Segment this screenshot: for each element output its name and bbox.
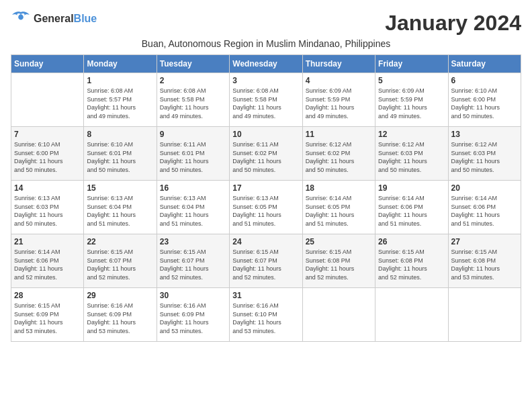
day-info: Sunrise: 6:10 AMSunset: 6:01 PMDaylight:… — [87, 140, 153, 174]
calendar-cell: 10Sunrise: 6:11 AMSunset: 6:02 PMDayligh… — [230, 127, 302, 181]
day-number: 1 — [87, 76, 153, 85]
calendar-cell: 20Sunrise: 6:14 AMSunset: 6:06 PMDayligh… — [448, 181, 521, 234]
weekday-header: Wednesday — [230, 55, 302, 73]
calendar-cell: 22Sunrise: 6:15 AMSunset: 6:07 PMDayligh… — [84, 234, 157, 288]
day-info: Sunrise: 6:12 AMSunset: 6:03 PMDaylight:… — [451, 140, 518, 174]
day-info: Sunrise: 6:15 AMSunset: 6:08 PMDaylight:… — [451, 248, 518, 281]
calendar-cell: 9Sunrise: 6:11 AMSunset: 6:01 PMDaylight… — [157, 127, 229, 181]
day-info: Sunrise: 6:12 AMSunset: 6:02 PMDaylight:… — [306, 140, 372, 174]
day-number: 17 — [232, 183, 299, 193]
day-info: Sunrise: 6:15 AMSunset: 6:07 PMDaylight:… — [87, 248, 153, 281]
day-number: 21 — [14, 237, 81, 246]
day-number: 30 — [160, 291, 226, 300]
calendar-table: SundayMondayTuesdayWednesdayThursdayFrid… — [11, 54, 521, 342]
day-info: Sunrise: 6:16 AMSunset: 6:09 PMDaylight:… — [87, 302, 153, 335]
logo: GeneralBlue — [11, 11, 97, 27]
day-info: Sunrise: 6:13 AMSunset: 6:05 PMDaylight:… — [232, 194, 299, 228]
day-number: 16 — [160, 183, 226, 193]
day-info: Sunrise: 6:10 AMSunset: 6:00 PMDaylight:… — [14, 140, 81, 174]
calendar-cell: 24Sunrise: 6:15 AMSunset: 6:07 PMDayligh… — [230, 234, 302, 288]
calendar-cell: 21Sunrise: 6:14 AMSunset: 6:06 PMDayligh… — [11, 234, 84, 288]
calendar-cell: 4Sunrise: 6:09 AMSunset: 5:59 PMDaylight… — [302, 73, 375, 127]
weekday-header: Tuesday — [157, 55, 229, 73]
day-info: Sunrise: 6:15 AMSunset: 6:07 PMDaylight:… — [160, 248, 226, 281]
day-number: 31 — [232, 291, 299, 300]
calendar-cell: 13Sunrise: 6:12 AMSunset: 6:03 PMDayligh… — [448, 127, 521, 181]
day-info: Sunrise: 6:09 AMSunset: 5:59 PMDaylight:… — [378, 87, 445, 120]
calendar-cell — [448, 288, 521, 342]
calendar-cell: 19Sunrise: 6:14 AMSunset: 6:06 PMDayligh… — [375, 181, 448, 234]
day-info: Sunrise: 6:08 AMSunset: 5:58 PMDaylight:… — [160, 87, 226, 120]
day-number: 2 — [160, 76, 226, 85]
day-info: Sunrise: 6:08 AMSunset: 5:57 PMDaylight:… — [87, 87, 153, 120]
calendar-cell: 15Sunrise: 6:13 AMSunset: 6:04 PMDayligh… — [84, 181, 157, 234]
day-info: Sunrise: 6:16 AMSunset: 6:09 PMDaylight:… — [160, 302, 226, 335]
calendar-cell: 14Sunrise: 6:13 AMSunset: 6:03 PMDayligh… — [11, 181, 84, 234]
page-header: GeneralBlue January 2024 — [11, 11, 521, 36]
logo-text: GeneralBlue — [34, 13, 97, 25]
calendar-cell: 27Sunrise: 6:15 AMSunset: 6:08 PMDayligh… — [448, 234, 521, 288]
calendar-subtitle: Buan, Autonomous Region in Muslim Mindan… — [11, 38, 521, 49]
calendar-cell: 25Sunrise: 6:15 AMSunset: 6:08 PMDayligh… — [302, 234, 375, 288]
day-number: 19 — [378, 183, 445, 193]
day-number: 6 — [451, 76, 518, 85]
day-number: 20 — [451, 183, 518, 193]
weekday-header: Sunday — [11, 55, 84, 73]
calendar-cell: 11Sunrise: 6:12 AMSunset: 6:02 PMDayligh… — [302, 127, 375, 181]
weekday-header: Saturday — [448, 55, 521, 73]
month-title: January 2024 — [385, 11, 521, 36]
day-info: Sunrise: 6:11 AMSunset: 6:02 PMDaylight:… — [232, 140, 299, 174]
day-number: 22 — [87, 237, 153, 246]
day-number: 9 — [160, 130, 226, 139]
calendar-cell: 18Sunrise: 6:14 AMSunset: 6:05 PMDayligh… — [302, 181, 375, 234]
calendar-cell: 8Sunrise: 6:10 AMSunset: 6:01 PMDaylight… — [84, 127, 157, 181]
day-info: Sunrise: 6:16 AMSunset: 6:10 PMDaylight:… — [232, 302, 299, 335]
day-number: 23 — [160, 237, 226, 246]
day-info: Sunrise: 6:15 AMSunset: 6:08 PMDaylight:… — [378, 248, 445, 281]
day-number: 24 — [232, 237, 299, 246]
day-info: Sunrise: 6:15 AMSunset: 6:07 PMDaylight:… — [232, 248, 299, 281]
day-info: Sunrise: 6:14 AMSunset: 6:06 PMDaylight:… — [451, 194, 518, 228]
calendar-cell: 28Sunrise: 6:15 AMSunset: 6:09 PMDayligh… — [11, 288, 84, 342]
day-info: Sunrise: 6:13 AMSunset: 6:04 PMDaylight:… — [87, 194, 153, 228]
calendar-cell: 26Sunrise: 6:15 AMSunset: 6:08 PMDayligh… — [375, 234, 448, 288]
day-info: Sunrise: 6:11 AMSunset: 6:01 PMDaylight:… — [160, 140, 226, 174]
calendar-cell: 29Sunrise: 6:16 AMSunset: 6:09 PMDayligh… — [84, 288, 157, 342]
day-info: Sunrise: 6:08 AMSunset: 5:58 PMDaylight:… — [232, 87, 299, 120]
calendar-cell: 17Sunrise: 6:13 AMSunset: 6:05 PMDayligh… — [230, 181, 302, 234]
day-number: 25 — [306, 237, 372, 246]
day-number: 3 — [232, 76, 299, 85]
day-number: 7 — [14, 130, 81, 139]
weekday-header: Friday — [375, 55, 448, 73]
day-number: 12 — [378, 130, 445, 139]
day-info: Sunrise: 6:13 AMSunset: 6:03 PMDaylight:… — [14, 194, 81, 228]
day-number: 27 — [451, 237, 518, 246]
day-number: 29 — [87, 291, 153, 300]
calendar-cell: 30Sunrise: 6:16 AMSunset: 6:09 PMDayligh… — [157, 288, 229, 342]
calendar-cell — [11, 73, 84, 127]
day-info: Sunrise: 6:15 AMSunset: 6:09 PMDaylight:… — [14, 302, 81, 335]
calendar-cell: 2Sunrise: 6:08 AMSunset: 5:58 PMDaylight… — [157, 73, 229, 127]
calendar-cell — [302, 288, 375, 342]
calendar-cell: 7Sunrise: 6:10 AMSunset: 6:00 PMDaylight… — [11, 127, 84, 181]
day-info: Sunrise: 6:12 AMSunset: 6:03 PMDaylight:… — [378, 140, 445, 174]
day-info: Sunrise: 6:15 AMSunset: 6:08 PMDaylight:… — [306, 248, 372, 281]
weekday-header: Monday — [84, 55, 157, 73]
calendar-cell: 31Sunrise: 6:16 AMSunset: 6:10 PMDayligh… — [230, 288, 302, 342]
day-info: Sunrise: 6:14 AMSunset: 6:06 PMDaylight:… — [14, 248, 81, 281]
day-info: Sunrise: 6:14 AMSunset: 6:05 PMDaylight:… — [306, 194, 372, 228]
calendar-cell: 6Sunrise: 6:10 AMSunset: 6:00 PMDaylight… — [448, 73, 521, 127]
day-number: 8 — [87, 130, 153, 139]
day-info: Sunrise: 6:13 AMSunset: 6:04 PMDaylight:… — [160, 194, 226, 228]
day-number: 13 — [451, 130, 518, 139]
calendar-cell: 5Sunrise: 6:09 AMSunset: 5:59 PMDaylight… — [375, 73, 448, 127]
day-number: 11 — [306, 130, 372, 139]
day-info: Sunrise: 6:09 AMSunset: 5:59 PMDaylight:… — [306, 87, 372, 120]
day-number: 28 — [14, 291, 81, 300]
calendar-cell: 23Sunrise: 6:15 AMSunset: 6:07 PMDayligh… — [157, 234, 229, 288]
day-info: Sunrise: 6:14 AMSunset: 6:06 PMDaylight:… — [378, 194, 445, 228]
day-number: 4 — [306, 76, 372, 85]
day-number: 15 — [87, 183, 153, 193]
logo-bird-icon — [11, 11, 31, 27]
day-info: Sunrise: 6:10 AMSunset: 6:00 PMDaylight:… — [451, 87, 518, 120]
